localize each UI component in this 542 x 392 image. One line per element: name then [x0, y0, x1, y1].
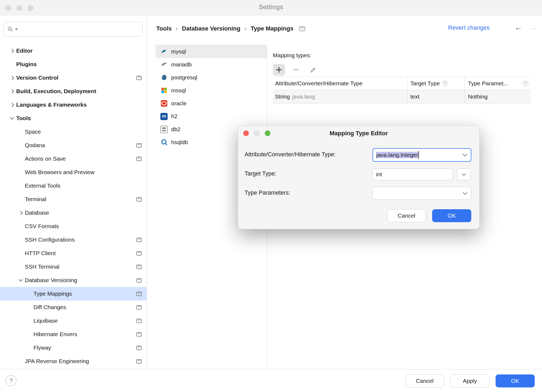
db-item-mysql[interactable]: mysql — [155, 45, 267, 58]
revert-changes-link[interactable]: Revert changes — [448, 24, 490, 31]
settings-sidebar: Editor Plugins Version Control Build, Ex… — [0, 16, 147, 369]
sidebar-item-liquibase[interactable]: Liquibase — [0, 314, 147, 327]
add-mapping-button[interactable] — [273, 64, 285, 76]
breadcrumb-item-database-versioning[interactable]: Database Versioning — [182, 25, 240, 32]
type-parameters-combobox[interactable] — [372, 187, 471, 200]
sidebar-item-database[interactable]: Database — [0, 206, 147, 219]
hsqldb-icon — [160, 139, 168, 146]
chevron-down-icon[interactable] — [10, 116, 14, 120]
sidebar-item-actions-on-save[interactable]: Actions on Save — [0, 152, 147, 165]
mapping-toolbar — [273, 64, 319, 76]
target-type-label: Target Type: — [245, 170, 276, 177]
mapping-attribute: String — [275, 93, 290, 100]
card-icon — [136, 332, 142, 337]
minus-icon — [293, 69, 299, 70]
db-item-oracle[interactable]: oracle — [155, 97, 267, 110]
back-arrow-icon[interactable]: ← — [514, 23, 522, 32]
card-icon — [136, 157, 142, 161]
chevron-down-icon[interactable] — [463, 190, 468, 195]
card-icon — [136, 238, 142, 242]
window-titlebar: Settings — [0, 0, 542, 16]
settings-search-box[interactable] — [3, 22, 143, 36]
card-icon — [136, 76, 142, 80]
sidebar-item-ssh-configurations[interactable]: SSH Configurations — [0, 233, 147, 246]
card-icon — [136, 278, 142, 283]
sidebar-item-external-tools[interactable]: External Tools — [0, 179, 147, 192]
card-icon — [136, 346, 142, 350]
postgresql-icon — [160, 74, 168, 81]
target-type-value: int — [376, 171, 382, 178]
help-question-icon[interactable]: ? — [442, 81, 448, 86]
dialog-cancel-button[interactable]: Cancel — [387, 209, 426, 222]
help-question-icon[interactable]: ? — [523, 81, 528, 86]
chevron-right-icon[interactable] — [10, 49, 14, 53]
breadcrumb-separator: › — [176, 25, 178, 32]
chevron-down-icon[interactable] — [18, 278, 23, 282]
card-icon — [136, 359, 142, 364]
card-icon — [136, 319, 142, 323]
target-type-input[interactable]: int — [372, 168, 453, 180]
mapping-types-label: Mapping types: — [273, 52, 311, 59]
sidebar-item-build-execution-deployment[interactable]: Build, Execution, Deployment — [0, 85, 147, 98]
window-title: Settings — [0, 4, 542, 11]
sidebar-item-type-mappings[interactable]: Type Mappings — [0, 287, 147, 300]
remove-mapping-button[interactable] — [290, 64, 302, 76]
sidebar-item-qodana[interactable]: Qodana — [0, 138, 147, 152]
forward-arrow-icon[interactable]: → — [529, 23, 537, 32]
settings-tree: Editor Plugins Version Control Build, Ex… — [0, 44, 147, 368]
text-caret — [418, 151, 419, 159]
card-icon — [136, 305, 142, 310]
sidebar-item-terminal[interactable]: Terminal — [0, 192, 147, 206]
sidebar-item-hibernate-envers[interactable]: Hibernate Envers — [0, 327, 147, 341]
sidebar-item-tools[interactable]: Tools — [0, 111, 147, 125]
chevron-right-icon[interactable] — [10, 89, 14, 93]
chevron-down-icon — [462, 172, 466, 176]
cancel-button[interactable]: Cancel — [405, 374, 444, 387]
target-type-dropdown-button[interactable] — [457, 168, 470, 180]
attribute-type-value: java.lang.Integer — [376, 152, 418, 158]
sidebar-item-plugins[interactable]: Plugins — [0, 58, 147, 71]
sidebar-item-editor[interactable]: Editor — [0, 44, 147, 58]
edit-mapping-button[interactable] — [307, 64, 319, 76]
apply-button[interactable]: Apply — [450, 374, 489, 387]
dialog-ok-button[interactable]: OK — [432, 209, 471, 222]
settings-search-input[interactable] — [20, 24, 142, 35]
settings-footer: ? Cancel Apply OK — [0, 369, 542, 392]
sidebar-item-web-browsers-and-preview[interactable]: Web Browsers and Preview — [0, 165, 147, 179]
card-icon — [136, 197, 142, 202]
chevron-down-icon[interactable] — [463, 152, 467, 157]
help-button[interactable]: ? — [6, 375, 16, 386]
sidebar-item-ssh-terminal[interactable]: SSH Terminal — [0, 260, 147, 273]
sidebar-item-languages-frameworks[interactable]: Languages & Frameworks — [0, 98, 147, 111]
mysql-icon — [160, 48, 168, 55]
card-icon — [299, 26, 305, 31]
chevron-right-icon[interactable] — [10, 76, 14, 80]
mapping-table-row[interactable]: String java.lang text Nothing — [273, 90, 531, 103]
search-options-chevron-icon[interactable] — [15, 28, 18, 30]
card-icon — [136, 265, 142, 269]
breadcrumb-item-tools[interactable]: Tools — [156, 25, 172, 32]
sidebar-item-jpa-reverse-engineering[interactable]: JPA Reverse Engineering — [0, 354, 147, 368]
chevron-right-icon[interactable] — [18, 211, 23, 215]
mapping-table: Attribute/Converter/Hibernate Type Targe… — [273, 77, 531, 103]
breadcrumb-item-type-mappings[interactable]: Type Mappings — [250, 25, 293, 32]
column-header-target-type: Target Type ? — [408, 77, 465, 90]
ok-button[interactable]: OK — [496, 374, 535, 387]
chevron-right-icon[interactable] — [10, 103, 14, 107]
sidebar-item-flyway[interactable]: Flyway — [0, 341, 147, 354]
mapping-table-header: Attribute/Converter/Hibernate Type Targe… — [273, 77, 531, 90]
oracle-icon — [160, 100, 168, 107]
sidebar-item-database-versioning[interactable]: Database Versioning — [0, 273, 147, 287]
db-item-mariadb[interactable]: mariadb — [155, 58, 267, 71]
attribute-type-combobox[interactable]: java.lang.Integer — [372, 148, 471, 162]
db-item-h2[interactable]: H2 h2 — [155, 110, 267, 123]
sidebar-item-diff-changes[interactable]: Diff Changes — [0, 300, 147, 314]
sidebar-item-version-control[interactable]: Version Control — [0, 71, 147, 85]
sidebar-item-http-client[interactable]: HTTP Client — [0, 246, 147, 260]
db-item-mssql[interactable]: mssql — [155, 84, 267, 97]
attribute-type-label: Attribute/Converter/Hibernate Type: — [245, 151, 336, 158]
h2-icon: H2 — [160, 113, 168, 120]
db-item-postgresql[interactable]: postgresql — [155, 71, 267, 84]
sidebar-item-csv-formats[interactable]: CSV Formats — [0, 219, 147, 233]
sidebar-item-space[interactable]: Space — [0, 125, 147, 138]
